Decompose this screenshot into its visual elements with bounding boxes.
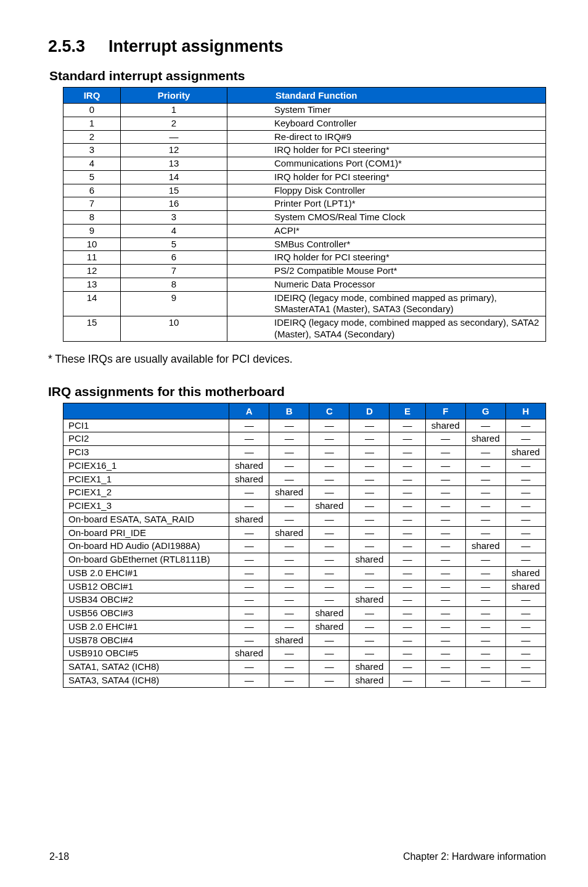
- t2-col-header: D: [349, 403, 390, 419]
- function-cell: Printer Port (LPT1)*: [227, 197, 546, 211]
- t2-col-header: C: [309, 403, 349, 419]
- irq-assignment-cell: —: [349, 472, 390, 486]
- table-row: USB78 OBCI#4—shared——————: [63, 633, 546, 647]
- irq-assignment-cell: —: [465, 553, 505, 567]
- irq-assignment-cell: —: [390, 661, 425, 674]
- irq-assignment-cell: —: [505, 674, 545, 687]
- irq-assignment-cell: —: [269, 553, 309, 567]
- t2-col-header: F: [425, 403, 465, 419]
- page-footer: 2-18 Chapter 2: Hardware information: [48, 851, 547, 862]
- section-title: Interrupt assignments: [108, 37, 284, 56]
- function-cell: IRQ holder for PCI steering*: [227, 144, 546, 157]
- irq-assignment-cell: —: [425, 633, 465, 647]
- irq-cell: 2: [63, 130, 121, 144]
- function-cell: Keyboard Controller: [227, 117, 546, 130]
- irq-assignment-cell: —: [425, 540, 465, 553]
- priority-cell: 6: [121, 251, 227, 265]
- table-row: SATA1, SATA2 (ICH8)———shared————: [63, 661, 546, 674]
- irq-assignment-cell: —: [390, 540, 425, 553]
- irq-assignment-cell: —: [269, 674, 309, 687]
- irq-assignment-cell: —: [349, 607, 390, 621]
- table-row: On-board ESATA, SATA_RAIDshared———————: [63, 513, 546, 526]
- irq-assignment-cell: —: [465, 526, 505, 540]
- table-row: 12Keyboard Controller: [63, 117, 546, 130]
- table-row: 149IDEIRQ (legacy mode, combined mapped …: [63, 291, 546, 316]
- table-row: 127PS/2 Compatible Mouse Port*: [63, 265, 546, 278]
- standard-irq-table: IRQ Priority Standard Function 01System …: [63, 87, 546, 342]
- irq-assignment-cell: —: [229, 446, 269, 460]
- priority-cell: 9: [121, 291, 227, 316]
- irq-assignment-cell: shared: [309, 620, 349, 633]
- irq-assignment-cell: —: [505, 553, 545, 567]
- irq-assignment-cell: —: [505, 513, 545, 526]
- irq-assignment-cell: —: [425, 580, 465, 593]
- table-row: USB12 OBCI#1———————shared: [63, 580, 546, 593]
- irq-assignment-cell: —: [269, 500, 309, 513]
- irq-assignment-cell: —: [349, 540, 390, 553]
- irq-assignment-cell: —: [349, 526, 390, 540]
- device-name-cell: USB 2.0 EHCI#1: [63, 566, 229, 580]
- irq-assignment-cell: —: [505, 432, 545, 446]
- irq-assignment-cell: shared: [269, 486, 309, 500]
- irq-assignment-cell: —: [229, 607, 269, 621]
- device-name-cell: USB34 OBCI#2: [63, 593, 229, 607]
- irq-cell: 6: [63, 184, 121, 197]
- table-row: PCIEX16_1shared———————: [63, 459, 546, 472]
- priority-cell: 7: [121, 265, 227, 278]
- irq-assignment-cell: —: [465, 472, 505, 486]
- table-row: USB 2.0 EHCI#1———————shared: [63, 566, 546, 580]
- irq-cell: 13: [63, 278, 121, 291]
- col-irq-header: IRQ: [63, 88, 121, 104]
- table-row: On-board GbEthernet (RTL8111B)———shared—…: [63, 553, 546, 567]
- irq-assignment-cell: shared: [229, 647, 269, 661]
- irq-assignment-cell: shared: [309, 500, 349, 513]
- irq-assignment-cell: —: [229, 674, 269, 687]
- irq-cell: 5: [63, 170, 121, 184]
- irq-cell: 8: [63, 211, 121, 225]
- irq-assignment-cell: —: [349, 446, 390, 460]
- irq-assignment-cell: —: [229, 540, 269, 553]
- device-name-cell: PCI1: [63, 419, 229, 432]
- irq-assignment-cell: —: [505, 661, 545, 674]
- irq-assignment-cell: —: [269, 661, 309, 674]
- irq-cell: 0: [63, 104, 121, 117]
- irq-assignment-cell: shared: [349, 593, 390, 607]
- device-name-cell: SATA3, SATA4 (ICH8): [63, 674, 229, 687]
- irq-assignment-cell: —: [465, 607, 505, 621]
- device-name-cell: On-board HD Audio (ADI1988A): [63, 540, 229, 553]
- irq-assignment-cell: —: [309, 540, 349, 553]
- irq-assignment-cell: —: [425, 459, 465, 472]
- irq-assignment-cell: —: [349, 633, 390, 647]
- table-row: PCI3———————shared: [63, 446, 546, 460]
- irq-assignment-cell: —: [425, 472, 465, 486]
- irq-assignment-cell: shared: [465, 540, 505, 553]
- irq-cell: 1: [63, 117, 121, 130]
- priority-cell: 3: [121, 211, 227, 225]
- irq-assignment-cell: shared: [269, 633, 309, 647]
- function-cell: Re-direct to IRQ#9: [227, 130, 546, 144]
- irq-assignment-cell: —: [465, 647, 505, 661]
- irq-assignment-cell: —: [349, 513, 390, 526]
- function-cell: IRQ holder for PCI steering*: [227, 251, 546, 265]
- irq-assignment-cell: —: [309, 419, 349, 432]
- irq-assignment-cell: —: [229, 620, 269, 633]
- irq-assignment-cell: —: [269, 607, 309, 621]
- irq-assignment-cell: shared: [229, 459, 269, 472]
- t2-col-header: E: [390, 403, 425, 419]
- priority-cell: 13: [121, 157, 227, 171]
- device-name-cell: On-board ESATA, SATA_RAID: [63, 513, 229, 526]
- irq-assignment-cell: —: [505, 526, 545, 540]
- irq-assignment-cell: —: [269, 540, 309, 553]
- irq-assignment-cell: —: [425, 500, 465, 513]
- irq-assignment-cell: —: [269, 620, 309, 633]
- device-name-cell: USB12 OBCI#1: [63, 580, 229, 593]
- table-row: USB56 OBCI#3——shared—————: [63, 607, 546, 621]
- priority-cell: 12: [121, 144, 227, 157]
- irq-assignment-cell: —: [465, 566, 505, 580]
- table-row: PCI1—————shared——: [63, 419, 546, 432]
- irq-assignment-cell: —: [505, 500, 545, 513]
- irq-assignment-cell: —: [425, 513, 465, 526]
- irq-assignment-cell: —: [349, 432, 390, 446]
- footnote: * These IRQs are usually available for P…: [48, 353, 547, 366]
- table-row: 615Floppy Disk Controller: [63, 184, 546, 197]
